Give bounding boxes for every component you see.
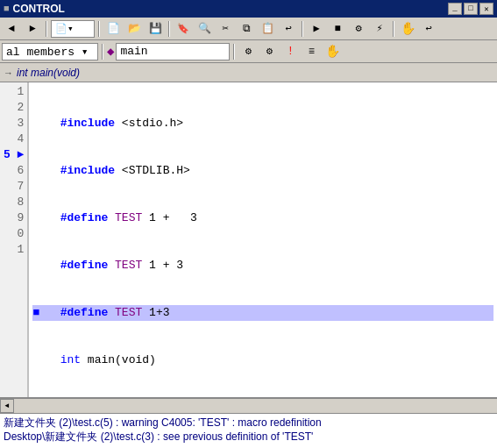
line-num-3: 3 xyxy=(4,116,24,132)
line-num-1: 1 xyxy=(4,84,24,100)
debug-btn[interactable]: ⚡ xyxy=(370,19,389,39)
sep4 xyxy=(302,21,303,37)
tb2-btn2[interactable]: ⚙ xyxy=(259,42,279,61)
sep6 xyxy=(102,44,103,60)
build-btn[interactable]: ⚙ xyxy=(349,19,368,39)
line-num-2: 2 xyxy=(4,100,24,116)
hscrollbar[interactable]: ◄ xyxy=(0,398,497,412)
minimize-button[interactable]: _ xyxy=(448,3,462,15)
sep5 xyxy=(393,21,394,37)
back2-btn[interactable]: ↩ xyxy=(419,19,438,39)
search-btn[interactable]: 🔍 xyxy=(195,19,214,39)
sep3 xyxy=(168,21,170,37)
line-num-8: 8 xyxy=(4,195,24,210)
open-btn[interactable]: 📂 xyxy=(124,19,144,39)
title-text: CONTROL xyxy=(13,3,444,15)
members-label: al members ▾ xyxy=(6,45,89,59)
tb2-btn3[interactable]: ! xyxy=(280,42,300,61)
tb2-btn4[interactable]: ≡ xyxy=(302,42,321,61)
file-dropdown-icon: 📄▾ xyxy=(55,23,74,34)
line-numbers: 1 2 3 4 5 ► 6 7 8 9 0 1 xyxy=(0,82,29,397)
code-line-4: #define TEST 1 + 3 xyxy=(32,258,493,274)
new-file-btn[interactable]: 📄 xyxy=(103,19,123,39)
sep7 xyxy=(233,44,235,60)
save-btn[interactable]: 💾 xyxy=(146,19,165,39)
hscroll-left-btn[interactable]: ◄ xyxy=(0,399,14,413)
close-button[interactable]: ✕ xyxy=(479,3,493,15)
function-label: main xyxy=(120,45,147,58)
app-icon: ■ xyxy=(4,4,10,14)
file-dropdown[interactable]: 📄▾ xyxy=(51,20,95,38)
copy-btn[interactable]: ⧉ xyxy=(237,19,256,39)
toolbar-2: al members ▾ ◆ main ⚙ ⚙ ! ≡ ✋ xyxy=(0,40,497,63)
code-line-2: #include <STDLIB.H> xyxy=(32,163,493,179)
line-num-11: 1 xyxy=(4,242,24,258)
hand-btn[interactable]: ✋ xyxy=(398,19,417,39)
code-line-5: ■ #define TEST 1+3 xyxy=(32,305,493,321)
window-controls[interactable]: _ □ ✕ xyxy=(448,3,493,15)
toolbar-1: ◄ ► 📄▾ 📄 📂 💾 🔖 🔍 ✂ ⧉ 📋 ↩ ▶ ■ ⚙ ⚡ ✋ ↩ xyxy=(0,18,497,40)
func-bar: → int main(void) xyxy=(0,63,497,82)
back-btn[interactable]: ◄ xyxy=(2,19,21,39)
run-btn[interactable]: ▶ xyxy=(307,19,326,39)
tb2-btn5[interactable]: ✋ xyxy=(323,42,342,61)
bookmark-btn[interactable]: 🔖 xyxy=(174,19,193,39)
output-line-2: Desktop\新建文件夹 (2)\test.c(3) : see previo… xyxy=(4,430,493,444)
output-area: 新建文件夹 (2)\test.c(5) : warning C4005: 'TE… xyxy=(0,412,497,448)
maximize-button[interactable]: □ xyxy=(464,3,478,15)
fwd-btn[interactable]: ► xyxy=(23,19,42,39)
sep1 xyxy=(46,21,47,37)
sep2 xyxy=(98,21,100,37)
code-line-3: #define TEST 1 + 3 xyxy=(32,210,493,226)
title-bar: ■ CONTROL _ □ ✕ xyxy=(0,0,497,18)
line-num-4: 4 xyxy=(4,132,24,147)
undo-btn[interactable]: ↩ xyxy=(279,19,298,39)
paste-btn[interactable]: 📋 xyxy=(258,19,277,39)
members-dropdown[interactable]: al members ▾ xyxy=(2,43,98,60)
tb2-btn1[interactable]: ⚙ xyxy=(238,42,258,61)
func-bar-text: int main(void) xyxy=(17,67,80,79)
hscroll-track[interactable] xyxy=(14,399,497,413)
editor-container: 1 2 3 4 5 ► 6 7 8 9 0 1 #include <stdio.… xyxy=(0,82,497,398)
diamond-icon: ◆ xyxy=(107,44,114,59)
stop-btn[interactable]: ■ xyxy=(328,19,347,39)
code-line-6: int main(void) xyxy=(32,352,493,368)
code-editor[interactable]: #include <stdio.h> #include <STDLIB.H> #… xyxy=(29,82,497,397)
cut-btn[interactable]: ✂ xyxy=(216,19,235,39)
line-num-7: 7 xyxy=(4,179,24,195)
code-line-1: #include <stdio.h> xyxy=(32,116,493,132)
line-num-9: 9 xyxy=(4,210,24,226)
line-num-5: 5 ► xyxy=(4,147,24,163)
output-line-1: 新建文件夹 (2)\test.c(5) : warning C4005: 'TE… xyxy=(4,416,493,430)
line-num-6: 6 xyxy=(4,163,24,179)
func-arrow-icon: → xyxy=(4,68,13,78)
line-num-10: 0 xyxy=(4,226,24,242)
function-dropdown[interactable]: main xyxy=(116,43,230,60)
